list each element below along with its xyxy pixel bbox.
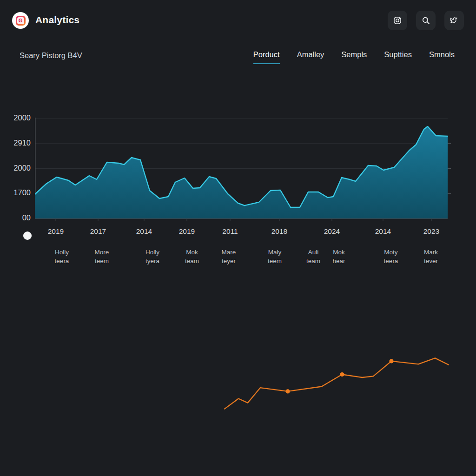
x-sublabel-line1: Mark bbox=[410, 248, 452, 257]
x-year-label: 2019 bbox=[168, 227, 205, 236]
x-sublabel-line1: More bbox=[81, 248, 123, 257]
x-sublabel-line2: tyera bbox=[132, 257, 173, 265]
area-chart[interactable] bbox=[35, 118, 453, 223]
tab-sempls[interactable]: Sempls bbox=[341, 50, 367, 64]
x-year-label: 2014 bbox=[364, 227, 402, 236]
x-year-label: 2023 bbox=[413, 227, 450, 236]
tab-amalley[interactable]: Amalley bbox=[297, 50, 324, 64]
x-sublabel-line2: team bbox=[171, 257, 213, 265]
bird-icon bbox=[449, 15, 459, 26]
x-sublabel-line2: teera bbox=[41, 257, 83, 265]
x-year-label: 2017 bbox=[79, 227, 117, 236]
y-tick-label: 2910 bbox=[0, 139, 31, 147]
tab-porduct[interactable]: Porduct bbox=[253, 50, 280, 64]
line-series-marker[interactable] bbox=[340, 372, 344, 377]
logo-icon: G bbox=[16, 16, 26, 26]
x-sublabel: Hollyteera bbox=[41, 248, 83, 265]
camera-app-button[interactable] bbox=[388, 11, 407, 30]
line-series-marker[interactable] bbox=[389, 359, 393, 363]
x-sublabel-line1: Moty bbox=[370, 248, 412, 257]
tab-smnols[interactable]: Smnols bbox=[429, 50, 455, 64]
x-sublabel: Mokteam bbox=[171, 248, 213, 265]
x-sublabel-line1: Mok bbox=[318, 248, 360, 257]
x-sublabel: Marktever bbox=[410, 248, 452, 265]
x-year-label: 2019 bbox=[37, 227, 74, 236]
x-sublabel-line2: teyer bbox=[208, 257, 250, 265]
logo-letter: G bbox=[19, 18, 23, 23]
x-sublabel-line1: Mare bbox=[208, 248, 250, 257]
line-series[interactable] bbox=[225, 358, 449, 409]
x-year-label: 2011 bbox=[212, 227, 249, 236]
x-sublabel: Malyteem bbox=[254, 248, 296, 265]
axis-origin-dot bbox=[23, 231, 32, 240]
top-bar: G Analytics bbox=[0, 0, 476, 41]
header-actions bbox=[388, 11, 464, 30]
trend-line-chart[interactable] bbox=[222, 354, 451, 414]
y-tick-label: 00 bbox=[0, 213, 31, 222]
x-sublabel-line2: hear bbox=[318, 257, 360, 265]
breadcrumb: Seary Pistorg B4V bbox=[20, 51, 82, 60]
search-button[interactable] bbox=[416, 11, 436, 30]
x-sublabel-line1: Holly bbox=[41, 248, 83, 257]
x-sublabel: Moreteem bbox=[81, 248, 123, 265]
x-sublabel-line2: teem bbox=[81, 257, 123, 265]
x-sublabel-line1: Maly bbox=[254, 248, 296, 257]
y-tick-label: 2000 bbox=[0, 164, 31, 172]
x-sublabel-line2: teem bbox=[254, 257, 296, 265]
x-sublabel: Mareteyer bbox=[208, 248, 250, 265]
line-series-marker[interactable] bbox=[285, 389, 290, 393]
x-sublabel-line2: teera bbox=[370, 257, 412, 265]
tab-bar: PorductAmalleySemplsSupttiesSmnols bbox=[253, 50, 455, 64]
y-tick-label: 2000 bbox=[0, 113, 31, 122]
x-sublabel: Hollytyera bbox=[132, 248, 173, 265]
search-icon bbox=[421, 15, 431, 26]
x-sublabel-line1: Holly bbox=[132, 248, 173, 257]
x-sublabel-line2: tever bbox=[410, 257, 452, 265]
app-logo[interactable]: G bbox=[12, 12, 29, 29]
x-sublabel-line1: Mok bbox=[171, 248, 213, 257]
app-root: G Analytics bbox=[0, 0, 476, 476]
y-tick-label: 1700 bbox=[0, 188, 31, 197]
instagram-icon bbox=[392, 15, 403, 26]
x-year-label: 2018 bbox=[261, 227, 298, 236]
page-title: Analytics bbox=[35, 14, 79, 26]
x-year-label: 2014 bbox=[126, 227, 163, 236]
tab-suptties[interactable]: Suptties bbox=[384, 50, 412, 64]
x-year-label: 2024 bbox=[313, 227, 350, 236]
share-button[interactable] bbox=[444, 11, 464, 30]
x-sublabel: Motyteera bbox=[370, 248, 412, 265]
x-sublabel: Mokhear bbox=[318, 248, 360, 265]
